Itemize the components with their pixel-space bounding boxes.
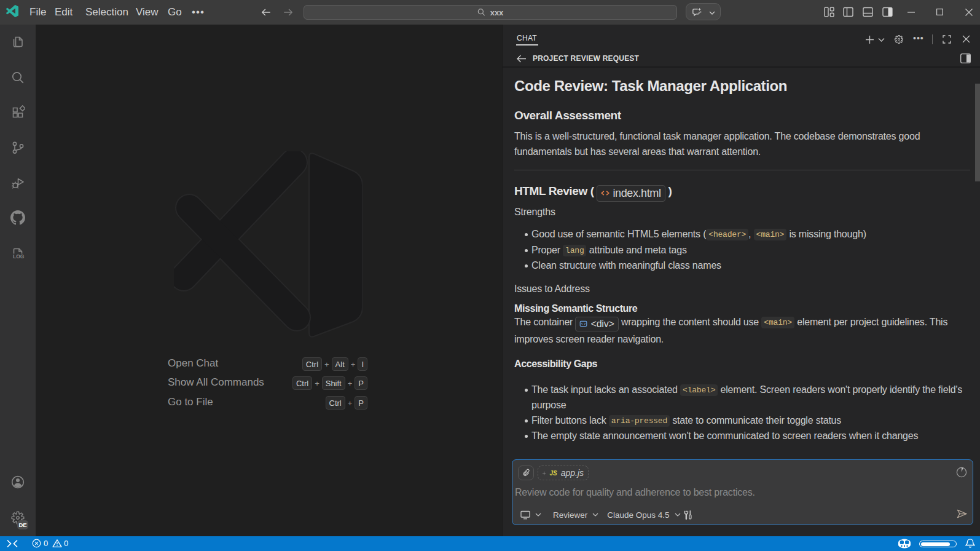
svg-text:LOG: LOG — [13, 253, 25, 260]
